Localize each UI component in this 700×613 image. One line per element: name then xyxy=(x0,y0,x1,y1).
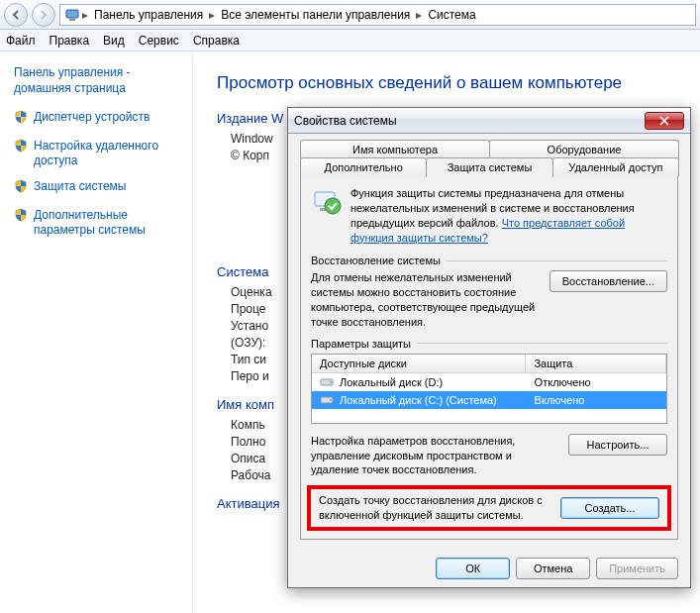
dialog-title: Свойства системы xyxy=(294,114,645,128)
system-row: Перо и xyxy=(231,369,269,383)
intro-text: Функция защиты системы предназначена для… xyxy=(350,186,667,245)
chevron-right-icon: ▸ xyxy=(416,8,422,22)
restore-group-head: Восстановление системы xyxy=(311,255,667,266)
close-button[interactable] xyxy=(645,112,684,130)
svg-rect-1 xyxy=(69,19,75,21)
breadcrumb-item[interactable]: Панель управления xyxy=(90,8,207,22)
disk-row[interactable]: Локальный диск (C:) (Система) Включено xyxy=(312,391,666,409)
protection-icon xyxy=(311,186,343,218)
sidebar-item-device-manager[interactable]: Диспетчер устройств xyxy=(14,110,182,129)
breadcrumb-item[interactable]: Система xyxy=(424,8,479,22)
ok-button[interactable]: ОК xyxy=(436,558,510,579)
system-row: Устано xyxy=(231,319,268,333)
tab-system-protection[interactable]: Защита системы xyxy=(426,157,552,177)
breadcrumb[interactable]: ▸ Панель управления ▸ Все элементы панел… xyxy=(59,4,696,26)
disk-protection: Включено xyxy=(527,391,666,409)
breadcrumb-item[interactable]: Все элементы панели управления xyxy=(217,8,414,22)
disk-row[interactable]: Локальный диск (D:) Отключено xyxy=(312,373,666,391)
name-row: Описа xyxy=(231,452,265,465)
menubar: Файл Правка Вид Сервис Справка xyxy=(0,30,700,51)
menu-help[interactable]: Справка xyxy=(193,34,240,48)
col-protection[interactable]: Защита xyxy=(526,355,666,372)
chevron-right-icon: ▸ xyxy=(82,8,88,22)
disk-table[interactable]: Доступные диски Защита Локальный диск (D… xyxy=(311,354,667,424)
navbar: ▸ Панель управления ▸ Все элементы панел… xyxy=(0,0,700,30)
svg-point-6 xyxy=(330,381,332,383)
shield-icon xyxy=(14,139,28,157)
menu-edit[interactable]: Правка xyxy=(50,34,90,48)
apply-button[interactable]: Применить xyxy=(596,558,678,579)
tab-panel: Функция защиты системы предназначена для… xyxy=(300,175,678,540)
tab-remote[interactable]: Удаленный доступ xyxy=(552,157,679,176)
disk-table-header: Доступные диски Защита xyxy=(312,355,666,373)
tab-hardware[interactable]: Оборудование xyxy=(489,140,679,158)
configure-button[interactable]: Настроить... xyxy=(568,434,667,456)
tab-advanced[interactable]: Дополнительно xyxy=(300,157,427,176)
svg-point-8 xyxy=(330,399,332,401)
sidebar-item-label: Диспетчер устройств xyxy=(34,110,150,126)
forward-button[interactable] xyxy=(32,3,55,27)
back-button[interactable] xyxy=(4,3,28,27)
page-title: Просмотр основных сведений о вашем компь… xyxy=(217,73,686,93)
restore-button[interactable]: Восстановление... xyxy=(550,270,667,292)
shield-icon xyxy=(14,208,28,227)
edition-line: Window xyxy=(231,132,273,146)
system-row: Оценка xyxy=(231,285,272,299)
system-row: Тип си xyxy=(231,353,266,366)
sidebar-item-label: Дополнительные параметры системы xyxy=(34,208,182,239)
dialog-titlebar[interactable]: Свойства системы xyxy=(288,108,690,134)
name-row: Рабоча xyxy=(231,468,271,482)
create-highlight: Создать точку восстановления для дисков … xyxy=(307,485,671,531)
chevron-right-icon: ▸ xyxy=(209,8,215,22)
shield-icon xyxy=(14,179,28,198)
sidebar-item-advanced[interactable]: Дополнительные параметры системы xyxy=(14,208,182,239)
svg-rect-0 xyxy=(66,10,78,18)
disk-protection: Отключено xyxy=(527,373,666,391)
svg-point-4 xyxy=(325,198,341,214)
restore-text: Для отмены нежелательных изменений систе… xyxy=(311,270,540,329)
name-row: Полно xyxy=(231,435,265,449)
create-button[interactable]: Создать... xyxy=(560,497,659,519)
system-row: Проце xyxy=(231,302,265,316)
computer-icon xyxy=(64,7,80,23)
menu-tools[interactable]: Сервис xyxy=(139,34,179,48)
sidebar-item-label: Настройка удаленного доступа xyxy=(34,139,182,169)
disk-name: Локальный диск (C:) (Система) xyxy=(340,394,497,406)
sidebar-item-label: Защита системы xyxy=(34,179,126,195)
create-text: Создать точку восстановления для дисков … xyxy=(319,493,550,523)
system-properties-dialog: Свойства системы Имя компьютера Оборудов… xyxy=(287,107,691,588)
drive-icon xyxy=(320,394,334,406)
params-group-head: Параметры защиты xyxy=(311,338,667,350)
system-row: (ОЗУ): xyxy=(231,336,265,350)
name-row: Компь xyxy=(231,418,265,432)
close-icon xyxy=(659,116,669,126)
edition-line: © Корп xyxy=(231,149,269,162)
col-disks[interactable]: Доступные диски xyxy=(312,355,526,372)
menu-view[interactable]: Вид xyxy=(103,34,125,48)
dialog-footer: ОК Отмена Применить xyxy=(288,550,690,587)
configure-text: Настройка параметров восстановления, упр… xyxy=(311,434,558,478)
menu-file[interactable]: Файл xyxy=(6,34,36,48)
cancel-button[interactable]: Отмена xyxy=(516,558,590,579)
tab-computer-name[interactable]: Имя компьютера xyxy=(300,140,490,158)
sidebar: Панель управления - домашняя страница Ди… xyxy=(0,51,193,613)
disk-name: Локальный диск (D:) xyxy=(340,376,443,388)
sidebar-item-system-protection[interactable]: Защита системы xyxy=(14,179,182,198)
shield-icon xyxy=(14,110,28,129)
drive-icon xyxy=(320,376,334,388)
sidebar-item-remote[interactable]: Настройка удаленного доступа xyxy=(14,139,182,169)
sidebar-home-link[interactable]: Панель управления - домашняя страница xyxy=(14,65,182,96)
